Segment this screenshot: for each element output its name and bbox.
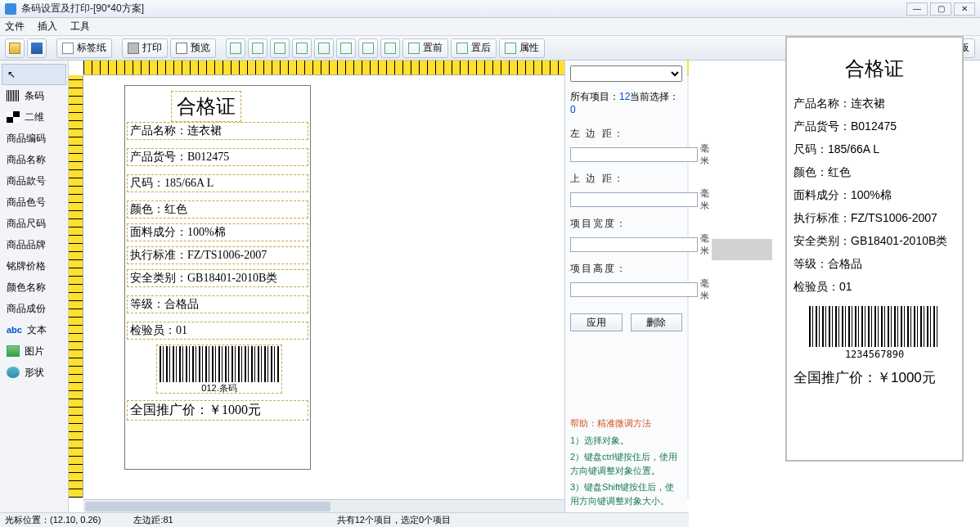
- preview-button[interactable]: 预览: [170, 38, 216, 58]
- label-price[interactable]: 全国推广价：￥1000元: [127, 400, 308, 421]
- label-row-6[interactable]: 安全类别：GB18401-2010B类: [127, 269, 308, 287]
- delete-button[interactable]: 删除: [631, 313, 683, 331]
- left-margin-input[interactable]: [570, 147, 698, 162]
- close-button[interactable]: ✕: [954, 2, 975, 16]
- label-paper-button[interactable]: 标签纸: [56, 38, 112, 58]
- preview-label: 合格证 产品名称：连衣裙 产品货号：B012475 尺码：185/66A L 颜…: [785, 36, 964, 462]
- qrcode-icon: [7, 111, 20, 123]
- top-margin-input[interactable]: [570, 192, 698, 207]
- label-row-0[interactable]: 产品名称：连衣裙: [127, 122, 308, 140]
- align-left-button[interactable]: [226, 38, 245, 58]
- label-title[interactable]: 合格证: [171, 91, 241, 122]
- image-icon: [7, 345, 20, 357]
- tool-product-style[interactable]: 商品款号: [2, 170, 66, 191]
- preview-row-5: 执行标准：FZ/TS1006-2007: [793, 211, 955, 226]
- shape-icon: [7, 367, 20, 378]
- tool-image[interactable]: 图片: [2, 340, 66, 362]
- distribute-v-button[interactable]: [380, 38, 400, 58]
- minimize-button[interactable]: —: [906, 2, 928, 16]
- distribute-h-button[interactable]: [358, 38, 378, 58]
- tool-text[interactable]: abc文本: [2, 319, 66, 340]
- scroll-thumb[interactable]: [85, 502, 330, 511]
- open-button[interactable]: [5, 38, 25, 58]
- left-margin-row: 左 边 距： 毫米: [570, 127, 682, 167]
- label-row-5[interactable]: 执行标准：FZ/TS1006-2007: [127, 246, 308, 264]
- barcode-icon: [7, 90, 20, 101]
- label-icon: [62, 43, 74, 54]
- tool-pointer[interactable]: ↖: [2, 64, 66, 85]
- label-row-3[interactable]: 颜色：红色: [127, 200, 308, 218]
- pointer-icon: ↖: [7, 69, 16, 80]
- item-width-input[interactable]: [570, 237, 698, 252]
- item-height-input[interactable]: [570, 282, 698, 297]
- align-center-h-button[interactable]: [248, 38, 267, 58]
- item-width-row: 项目宽度： 毫米: [570, 217, 682, 257]
- label-row-2[interactable]: 尺码：185/66A L: [127, 174, 308, 192]
- left-margin-label: 左 边 距：: [570, 127, 682, 141]
- item-height-label: 项目高度：: [570, 262, 682, 276]
- help-step-3: 3）键盘Shift键按住后，使用方向键调整对象大小。: [570, 480, 682, 507]
- preview-row-4: 面料成分：100%棉: [793, 188, 955, 203]
- tool-tag-price[interactable]: 铭牌价格: [2, 255, 66, 277]
- send-back-button[interactable]: 置后: [451, 38, 497, 58]
- properties-button[interactable]: 属性: [499, 38, 545, 58]
- preview-barcode-number: 1234567890: [793, 349, 955, 360]
- preview-row-6: 安全类别：GB18401-2010B类: [793, 234, 955, 249]
- distribute-h-icon: [362, 43, 374, 54]
- tool-product-ingredient[interactable]: 商品成份: [2, 298, 66, 319]
- fine-tune-panel: 所有项目：12当前选择：0 左 边 距： 毫米 上 边 距： 毫米 项目宽度： …: [564, 61, 687, 512]
- help-title: 帮助：精准微调方法: [570, 417, 682, 430]
- align-right-icon: [274, 43, 285, 54]
- apply-button[interactable]: 应用: [570, 313, 623, 331]
- item-count: 所有项目：12当前选择：0: [570, 90, 682, 115]
- print-button[interactable]: 打印: [122, 38, 168, 58]
- label-barcode[interactable]: 012.条码: [156, 345, 282, 394]
- maximize-button[interactable]: ▢: [930, 2, 951, 16]
- bring-front-button[interactable]: 置前: [402, 38, 448, 58]
- menu-bar: 文件 插入 工具: [0, 18, 980, 36]
- menu-file[interactable]: 文件: [5, 20, 25, 34]
- label-row-1[interactable]: 产品货号：B012475: [127, 148, 308, 166]
- help-step-1: 1）选择对象。: [570, 434, 682, 448]
- tool-product-color-no[interactable]: 商品色号: [2, 191, 66, 213]
- label-row-4[interactable]: 面料成分：100%棉: [127, 223, 308, 241]
- drag-handle[interactable]: [712, 239, 772, 260]
- align-middle-button[interactable]: [314, 38, 334, 58]
- item-height-row: 项目高度： 毫米: [570, 262, 682, 302]
- tool-color-name[interactable]: 颜色名称: [2, 277, 66, 298]
- label-row-7[interactable]: 等级：合格品: [127, 295, 308, 313]
- label-row-8[interactable]: 检验员：01: [127, 322, 308, 340]
- left-toolbox: ↖ 条码 二维 商品编码 商品名称 商品款号 商品色号 商品尺码 商品品牌 铭牌…: [0, 61, 69, 512]
- item-selector[interactable]: [570, 65, 682, 82]
- tool-product-brand[interactable]: 商品品牌: [2, 234, 66, 255]
- tool-product-name[interactable]: 商品名称: [2, 149, 66, 170]
- align-left-icon: [230, 43, 241, 54]
- ruler-vertical: [69, 75, 83, 498]
- open-icon: [9, 43, 20, 54]
- align-middle-icon: [318, 43, 330, 54]
- preview-row-3: 颜色：红色: [793, 165, 955, 180]
- tool-shape[interactable]: 形状: [2, 362, 66, 383]
- tool-qrcode[interactable]: 二维: [2, 106, 66, 128]
- status-item-count: 共有12个项目，选定0个项目: [337, 514, 451, 526]
- preview-icon: [176, 43, 187, 54]
- menu-insert[interactable]: 插入: [38, 20, 57, 34]
- preview-price: 全国推广价：￥1000元: [793, 368, 955, 387]
- barcode-text: 012.条码: [160, 382, 279, 394]
- tool-product-code[interactable]: 商品编码: [2, 128, 66, 149]
- menu-tools[interactable]: 工具: [70, 20, 90, 34]
- window-title: 条码设置及打印-[90*40方案]: [21, 2, 144, 16]
- text-icon: abc: [7, 325, 22, 335]
- align-top-button[interactable]: [292, 38, 312, 58]
- app-icon: [5, 3, 16, 15]
- preview-row-1: 产品货号：B012475: [793, 119, 955, 134]
- align-bottom-button[interactable]: [336, 38, 356, 58]
- align-center-h-icon: [252, 43, 263, 54]
- save-icon: [31, 43, 43, 54]
- tool-barcode[interactable]: 条码: [2, 85, 66, 106]
- label-page[interactable]: 合格证 产品名称：连衣裙 产品货号：B012475 尺码：185/66A L 颜…: [124, 85, 311, 470]
- align-right-button[interactable]: [270, 38, 290, 58]
- save-button[interactable]: [27, 38, 47, 58]
- tool-product-size[interactable]: 商品尺码: [2, 213, 66, 234]
- preview-area: 合格证 产品名称：连衣裙 产品货号：B012475 尺码：185/66A L 颜…: [712, 36, 973, 494]
